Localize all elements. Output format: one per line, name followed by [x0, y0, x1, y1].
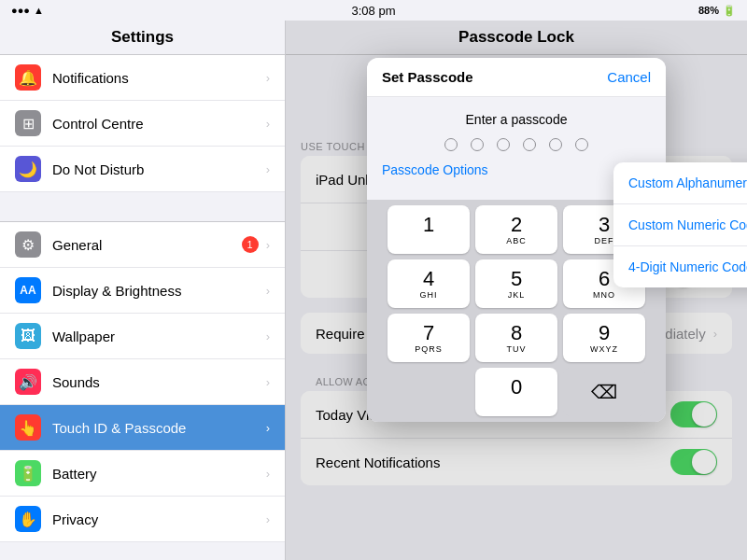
chevron-icon: ›: [266, 467, 270, 481]
options-dropdown: Custom Alphanumeric Code › Custom Numeri…: [613, 162, 747, 287]
sidebar-item-notifications[interactable]: 🔔 Notifications ›: [0, 55, 285, 101]
key-5-number: 5: [511, 268, 522, 290]
status-bar: ●●● ▲ 3:08 pm 88% 🔋: [0, 0, 747, 21]
sidebar-item-wallpaper[interactable]: 🖼 Wallpaper ›: [0, 314, 285, 359]
key-0-letters: [514, 399, 518, 408]
battery-percent: 88%: [698, 5, 719, 16]
sidebar-item-general[interactable]: ⚙ General 1 ›: [0, 222, 285, 268]
dialog-cancel-button[interactable]: Cancel: [607, 69, 651, 85]
dialog-body: Enter a passcode Passcode Options: [367, 97, 666, 200]
general-icon: ⚙: [15, 231, 41, 258]
sidebar-item-display-brightness[interactable]: AA Display & Brightness ›: [0, 268, 285, 314]
key-5[interactable]: 5 JKL: [475, 259, 557, 308]
wallpaper-icon: 🖼: [15, 323, 41, 349]
chevron-icon: ›: [266, 512, 270, 526]
chevron-icon: ›: [266, 421, 270, 435]
key-row-4: 0 ⌫: [373, 368, 660, 416]
chevron-icon: ›: [266, 162, 270, 176]
dropdown-item-custom-numeric[interactable]: Custom Numeric Code ›: [613, 204, 747, 246]
display-brightness-icon: AA: [15, 277, 41, 303]
passcode-dot-4: [523, 138, 536, 151]
sidebar-section-1: 🔔 Notifications › ⊞ Control Centre › 🌙 D…: [0, 55, 285, 192]
key-6-number: 6: [599, 268, 610, 290]
passcode-dot-3: [497, 138, 510, 151]
wifi-icon: ▲: [34, 5, 44, 16]
do-not-disturb-icon: 🌙: [15, 156, 41, 182]
privacy-label: Privacy: [52, 511, 262, 527]
key-7[interactable]: 7 PQRS: [388, 314, 470, 362]
key-4-number: 4: [423, 268, 434, 290]
key-2-number: 2: [511, 214, 522, 236]
chevron-icon: ›: [266, 284, 270, 298]
touch-id-icon: 👆: [15, 414, 41, 441]
do-not-disturb-label: Do Not Disturb: [52, 161, 262, 177]
sidebar-item-control-centre[interactable]: ⊞ Control Centre ›: [0, 101, 285, 147]
key-7-number: 7: [423, 322, 434, 344]
sidebar-item-sounds[interactable]: 🔊 Sounds ›: [0, 359, 285, 405]
sidebar-divider-1: [0, 192, 285, 222]
sidebar-section-2: ⚙ General 1 › AA Display & Brightness › …: [0, 222, 285, 542]
passcode-dot-5: [549, 138, 562, 151]
battery-label: Battery: [52, 466, 262, 482]
key-3-number: 3: [599, 214, 610, 236]
key-9[interactable]: 9 WXYZ: [563, 314, 645, 362]
sidebar-item-do-not-disturb[interactable]: 🌙 Do Not Disturb ›: [0, 147, 285, 192]
chevron-icon: ›: [266, 329, 270, 343]
key-1[interactable]: 1: [388, 205, 470, 254]
signal-icon: ●●●: [11, 5, 30, 16]
passcode-options-button[interactable]: Passcode Options: [382, 162, 488, 177]
dialog-overlay: Set Passcode Cancel Enter a passcode: [286, 21, 747, 560]
key-6-letters: MNO: [593, 290, 615, 300]
key-0[interactable]: 0: [475, 368, 557, 416]
key-3-letters: DEF: [595, 236, 614, 245]
right-panel: Passcode Lock USE TOUCH ID FOR: iPad Unl…: [286, 21, 747, 560]
chevron-icon: ›: [266, 117, 270, 131]
general-badge: 1: [242, 236, 259, 253]
sidebar-divider-2: [0, 542, 285, 560]
passcode-dot-6: [575, 138, 588, 151]
key-8[interactable]: 8 TUV: [475, 314, 557, 362]
chevron-icon: ›: [266, 71, 270, 85]
key-1-number: 1: [423, 214, 434, 236]
key-4[interactable]: 4 GHI: [388, 259, 470, 308]
general-label: General: [52, 237, 242, 253]
privacy-icon: ✋: [15, 506, 41, 532]
status-time: 3:08 pm: [352, 4, 396, 18]
key-1-letters: [427, 236, 430, 245]
sidebar-item-privacy[interactable]: ✋ Privacy ›: [0, 497, 285, 542]
battery-icon: 🔋: [15, 460, 41, 486]
sidebar-item-battery[interactable]: 🔋 Battery ›: [0, 451, 285, 497]
sounds-label: Sounds: [52, 374, 262, 390]
status-right: 88% 🔋: [698, 5, 736, 17]
sidebar: Settings 🔔 Notifications › ⊞ Control Cen…: [0, 21, 286, 560]
dropdown-item-custom-alpha[interactable]: Custom Alphanumeric Code ›: [613, 162, 747, 204]
key-4-letters: GHI: [419, 290, 437, 300]
wallpaper-label: Wallpaper: [52, 329, 262, 344]
display-brightness-label: Display & Brightness: [52, 283, 262, 299]
key-7-letters: PQRS: [415, 344, 443, 354]
key-5-letters: JKL: [508, 290, 526, 300]
notifications-label: Notifications: [52, 70, 262, 86]
sidebar-title: Settings: [0, 21, 285, 55]
passcode-dots: [382, 138, 651, 151]
dropdown-item-4digit[interactable]: 4-Digit Numeric Code ›: [613, 246, 747, 287]
passcode-dot-2: [471, 138, 484, 151]
key-delete[interactable]: ⌫: [563, 368, 645, 416]
dialog-instruction: Enter a passcode: [382, 112, 651, 127]
chevron-icon: ›: [266, 375, 270, 389]
key-2-letters: ABC: [506, 236, 527, 245]
key-0-number: 0: [511, 376, 522, 399]
touch-id-label: Touch ID & Passcode: [52, 420, 262, 436]
notifications-icon: 🔔: [15, 64, 41, 91]
key-2[interactable]: 2 ABC: [475, 205, 557, 254]
key-9-number: 9: [599, 322, 610, 344]
sidebar-item-touch-id[interactable]: 👆 Touch ID & Passcode ›: [0, 405, 285, 451]
control-centre-icon: ⊞: [15, 110, 41, 136]
control-centre-label: Control Centre: [52, 116, 262, 132]
key-empty: [388, 368, 470, 416]
key-8-number: 8: [511, 322, 522, 344]
chevron-icon: ›: [266, 238, 270, 252]
key-8-letters: TUV: [507, 344, 527, 354]
status-left: ●●● ▲: [11, 5, 44, 16]
sounds-icon: 🔊: [15, 369, 41, 395]
